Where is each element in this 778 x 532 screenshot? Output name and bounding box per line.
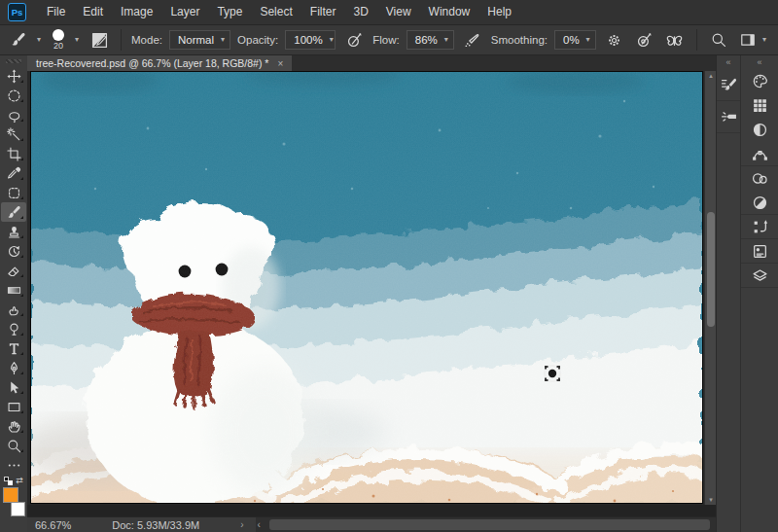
brush-settings-panel-icon (91, 32, 108, 49)
dodge-tool[interactable] (1, 319, 26, 338)
spot-healing-brush-tool[interactable] (1, 183, 26, 202)
marquee-tool[interactable] (1, 86, 26, 105)
menu-select[interactable]: Select (251, 0, 301, 24)
path-selection-tool[interactable] (1, 377, 26, 397)
paths-panel-button[interactable] (741, 142, 778, 166)
vertical-scrollbar[interactable]: ▴ ▾ (704, 71, 716, 505)
color-panel-button[interactable] (741, 69, 778, 93)
chevron-down-icon: ▾ (75, 36, 79, 44)
smoothing-select[interactable]: 0% ▾ (554, 30, 596, 50)
smoothing-options-button[interactable] (603, 28, 626, 52)
gradients-panel-button[interactable] (741, 118, 778, 142)
type-tool[interactable] (1, 338, 26, 358)
opacity-label: Opacity: (237, 34, 278, 46)
vertical-scrollbar-thumb[interactable] (707, 212, 715, 327)
menu-file[interactable]: File (38, 0, 74, 24)
crop-tool[interactable] (1, 144, 26, 163)
brush-tip-preview (53, 29, 64, 41)
workspace-switcher-button[interactable]: ▾ (737, 28, 770, 52)
scroll-left-icon[interactable]: ‹ (258, 517, 261, 532)
brush-tool[interactable] (1, 202, 26, 222)
menu-image[interactable]: Image (112, 0, 161, 24)
background-color-swatch[interactable] (11, 502, 25, 516)
canvas-bottom-gutter (27, 505, 716, 516)
document-tab[interactable]: tree-Recovered.psd @ 66.7% (Layer 18, RG… (27, 55, 292, 71)
clone-stamp-icon (7, 225, 21, 239)
zoom-tool[interactable] (1, 436, 26, 455)
tablet-pressure-opacity-button[interactable] (342, 28, 366, 52)
rectangle-shape-tool[interactable] (1, 397, 26, 416)
smoothing-value: 0% (563, 34, 580, 46)
status-bar: 66.67% Doc: 5.93M/33.9M › ‹ (27, 516, 716, 532)
canvas-area: ▴ ▾ (27, 71, 716, 505)
default-colors-icon[interactable] (4, 477, 13, 485)
history-brush-tool[interactable] (1, 241, 26, 261)
menu-filter[interactable]: Filter (301, 0, 345, 24)
chevron-down-icon: ▾ (586, 36, 590, 44)
tablet-pressure-size-button[interactable] (633, 28, 656, 52)
opacity-select[interactable]: 100% ▾ (285, 30, 336, 50)
canvas-artwork[interactable] (31, 72, 702, 503)
flow-select[interactable]: 86% ▾ (407, 30, 454, 50)
separator (121, 29, 122, 51)
libraries-panel-button[interactable] (741, 166, 778, 191)
airbrush-button[interactable] (461, 28, 484, 52)
close-tab-icon[interactable]: × (277, 58, 283, 69)
horizontal-scrollbar-thumb[interactable] (269, 519, 710, 530)
stylus-pressure-icon (636, 32, 653, 49)
menu-view[interactable]: View (377, 0, 420, 24)
status-popup-chevron[interactable]: › (240, 519, 243, 530)
menu-bar: Ps File Edit Image Layer Type Select Fil… (0, 0, 778, 24)
search-button[interactable] (707, 28, 730, 52)
collapse-panels-icon[interactable]: « (725, 55, 730, 69)
brush-size-value: 20 (53, 42, 63, 51)
smudge-finger-icon (7, 302, 21, 317)
hand-tool[interactable] (1, 416, 26, 436)
menu-edit[interactable]: Edit (74, 0, 112, 24)
eyedropper-tool[interactable] (1, 163, 26, 183)
layers-panel-button[interactable] (741, 264, 778, 288)
gear-icon (607, 33, 621, 48)
brushes-panel-button[interactable] (717, 101, 740, 133)
brush-settings-panel-button[interactable] (717, 69, 740, 101)
photoshop-window: Ps File Edit Image Layer Type Select Fil… (0, 0, 778, 532)
collapse-panels-icon[interactable]: « (757, 55, 761, 69)
properties-panel-button[interactable] (741, 239, 778, 264)
tools-panel: ⇄ (0, 55, 27, 532)
chevron-down-icon: ▾ (762, 36, 766, 44)
menu-window[interactable]: Window (420, 0, 479, 24)
brush-tool-icon (11, 32, 26, 48)
swatches-panel-button[interactable] (741, 93, 778, 118)
history-panel-button[interactable] (741, 215, 778, 239)
menu-layer[interactable]: Layer (161, 0, 208, 24)
menu-type[interactable]: Type (208, 0, 251, 24)
magic-wand-tool[interactable] (1, 124, 26, 144)
lasso-tool[interactable] (1, 105, 26, 124)
toggle-brush-settings-button[interactable] (88, 28, 111, 52)
menu-help[interactable]: Help (478, 0, 520, 24)
brush-preset-picker[interactable]: 20 ▾ (51, 29, 81, 51)
move-tool[interactable] (1, 66, 26, 86)
mode-select[interactable]: Normal ▾ (169, 30, 230, 50)
eraser-tool[interactable] (1, 261, 26, 280)
eraser-icon (7, 264, 21, 278)
pen-tool[interactable] (1, 358, 26, 377)
opacity-value: 100% (294, 34, 322, 46)
dodge-icon (7, 322, 21, 337)
swap-colors-icon[interactable]: ⇄ (16, 477, 23, 485)
zoom-level-field[interactable]: 66.67% (27, 519, 81, 531)
menu-3d[interactable]: 3D (344, 0, 376, 24)
photoshop-logo-icon[interactable]: Ps (8, 3, 26, 21)
foreground-color-swatch[interactable] (3, 487, 18, 503)
horizontal-scrollbar[interactable]: ‹ (256, 517, 716, 532)
gradient-tool[interactable] (1, 280, 26, 300)
clone-stamp-tool[interactable] (1, 222, 26, 241)
tool-preset-picker[interactable]: ▾ (8, 32, 44, 48)
panel-grip[interactable] (6, 59, 21, 63)
paint-symmetry-button[interactable] (663, 28, 687, 52)
smudge-tool[interactable] (1, 300, 26, 319)
adjustments-panel-button[interactable] (741, 191, 778, 215)
airbrush-icon (464, 32, 480, 49)
edit-toolbar-button[interactable] (1, 455, 26, 475)
default-and-swap-colors[interactable]: ⇄ (1, 475, 26, 486)
